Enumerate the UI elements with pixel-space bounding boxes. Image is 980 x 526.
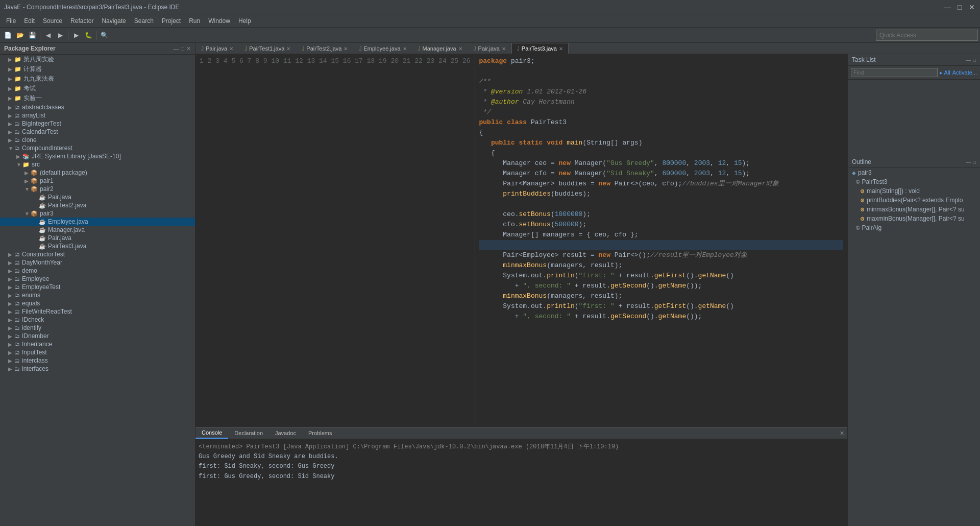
bottom-tab-console[interactable]: Console bbox=[195, 427, 228, 439]
tree-item-pair1[interactable]: ▶📦pair1 bbox=[0, 177, 195, 185]
tree-item-identify[interactable]: ▶🗂identify bbox=[0, 324, 195, 332]
menu-window[interactable]: Window bbox=[204, 16, 234, 26]
editor-tab-Pairjava[interactable]: JPair.java✕ bbox=[468, 43, 511, 54]
tree-arrow[interactable]: ▶ bbox=[8, 358, 14, 364]
tree-arrow[interactable]: ▶ bbox=[8, 309, 14, 315]
outline-max[interactable]: □ bbox=[973, 159, 976, 165]
tree-item-[interactable]: ▶📁计算器 bbox=[0, 64, 195, 74]
editor-tab-Employeejava[interactable]: JEmployee.java✕ bbox=[353, 43, 412, 54]
tree-arrow[interactable]: ▶ bbox=[24, 170, 31, 176]
code-editor[interactable]: package pair3;/** * @version 1.01 2012-0… bbox=[475, 54, 848, 427]
tree-item-InputTest[interactable]: ▶🗂InputTest bbox=[0, 348, 195, 356]
tree-arrow[interactable]: ▶ bbox=[8, 317, 14, 323]
editor-tab-Managerjava[interactable]: JManager.java✕ bbox=[412, 43, 468, 54]
open-button[interactable]: 📂 bbox=[14, 30, 26, 41]
code-scroll[interactable]: 1 2 3 4 5 6 7 8 9 10 11 12 13 14 15 16 1… bbox=[195, 54, 847, 427]
tree-arrow[interactable]: ▶ bbox=[24, 178, 31, 184]
bottom-tab-javadoc[interactable]: Javadoc bbox=[269, 428, 302, 438]
tree-item-FileWriteReadTest[interactable]: ▶🗂FileWriteReadTest bbox=[0, 307, 195, 316]
tree-item-IDcheck[interactable]: ▶🗂IDcheck bbox=[0, 316, 195, 324]
tree-arrow[interactable]: ▶ bbox=[8, 325, 14, 331]
menu-run[interactable]: Run bbox=[185, 16, 204, 26]
tree-item-pair3[interactable]: ▼📦pair3 bbox=[0, 209, 195, 218]
tree-arrow[interactable]: ▼ bbox=[24, 211, 31, 217]
run-button[interactable]: ▶ bbox=[70, 30, 82, 41]
bottom-tab-declaration[interactable]: Declaration bbox=[228, 428, 269, 438]
tree-item-arrayList[interactable]: ▶🗂arrayList bbox=[0, 111, 195, 119]
tab-close-button[interactable]: ✕ bbox=[502, 46, 506, 52]
quick-access-input[interactable] bbox=[876, 30, 978, 41]
tree-item-DayMonthYear[interactable]: ▶🗂DayMonthYear bbox=[0, 258, 195, 267]
editor-tab-Pairjava[interactable]: JPair.java✕ bbox=[195, 43, 239, 54]
tree-item-clone[interactable]: ▶🗂clone bbox=[0, 136, 195, 144]
tree-arrow[interactable]: ▼ bbox=[8, 146, 14, 151]
tree-item-[interactable]: ▶📁考试 bbox=[0, 84, 195, 93]
tree-arrow[interactable]: ▶ bbox=[8, 333, 14, 339]
tree-item-PairTest2java[interactable]: ☕PairTest2.java bbox=[0, 201, 195, 209]
tree-arrow[interactable]: ▶ bbox=[8, 129, 14, 135]
tree-item-demo[interactable]: ▶🗂demo bbox=[0, 267, 195, 275]
forward-button[interactable]: ▶ bbox=[55, 30, 66, 41]
outline-min[interactable]: — bbox=[966, 159, 971, 165]
tree-arrow[interactable]: ▶ bbox=[8, 342, 14, 347]
task-find-input[interactable] bbox=[851, 68, 938, 77]
pe-minimize[interactable]: — bbox=[173, 45, 179, 52]
menu-file[interactable]: File bbox=[2, 16, 20, 26]
tree-item-Employee[interactable]: ▶🗂Employee bbox=[0, 275, 195, 283]
editor-tab-PairTest2java[interactable]: JPairTest2.java✕ bbox=[296, 43, 353, 54]
tree-arrow[interactable]: ▶ bbox=[8, 252, 14, 257]
tree-item-Pairjava[interactable]: ☕Pair.java bbox=[0, 234, 195, 242]
editor-area[interactable]: 1 2 3 4 5 6 7 8 9 10 11 12 13 14 15 16 1… bbox=[195, 54, 847, 526]
tree-item-Inheritance[interactable]: ▶🗂Inheritance bbox=[0, 340, 195, 348]
tree-arrow[interactable]: ▶ bbox=[8, 350, 14, 355]
tree-arrow[interactable]: ▶ bbox=[8, 366, 14, 372]
tab-close-button[interactable]: ✕ bbox=[458, 46, 462, 52]
tree-item-enums[interactable]: ▶🗂enums bbox=[0, 291, 195, 299]
outline-item-maxminBonusManagerPa[interactable]: ⚙maxminBonus(Manager[], Pair<? su bbox=[848, 214, 980, 223]
menu-navigate[interactable]: Navigate bbox=[97, 16, 130, 26]
tree-item-Pairjava[interactable]: ☕Pair.java bbox=[0, 193, 195, 201]
tree-item-src[interactable]: ▼📁src bbox=[0, 160, 195, 169]
console-clear[interactable]: ✕ bbox=[840, 430, 844, 437]
back-button[interactable]: ◀ bbox=[42, 30, 54, 41]
editor-tab-PairTest3java[interactable]: JPairTest3.java✕ bbox=[511, 43, 569, 54]
menu-help[interactable]: Help bbox=[234, 16, 255, 26]
tab-close-button[interactable]: ✕ bbox=[286, 46, 290, 52]
tree-arrow[interactable]: ▼ bbox=[24, 186, 31, 192]
outline-item-minmaxBonusManagerPa[interactable]: ⚙minmaxBonus(Manager[], Pair<? su bbox=[848, 205, 980, 214]
tree-arrow[interactable]: ▶ bbox=[8, 76, 14, 82]
outline-item-mainStringvoid[interactable]: ⚙main(String[]) : void bbox=[848, 186, 980, 196]
tree-item-ConstructorTest[interactable]: ▶🗂ConstructorTest bbox=[0, 250, 195, 258]
tree-arrow[interactable]: ▶ bbox=[8, 293, 14, 298]
tree-item-CompoundInterest[interactable]: ▼🗂CompoundInterest bbox=[0, 144, 195, 152]
outline-item-PairAlg[interactable]: ©PairAlg bbox=[848, 223, 980, 232]
tree-item-EmployeeTest[interactable]: ▶🗂EmployeeTest bbox=[0, 283, 195, 291]
close-button[interactable]: ✕ bbox=[968, 3, 976, 11]
tree-arrow[interactable]: ▶ bbox=[8, 301, 14, 306]
tree-item-[interactable]: ▶📁第八周实验 bbox=[0, 55, 195, 64]
tab-close-button[interactable]: ✕ bbox=[403, 46, 407, 52]
menu-edit[interactable]: Edit bbox=[20, 16, 39, 26]
tree-item-interclass[interactable]: ▶🗂interclass bbox=[0, 356, 195, 365]
tree-arrow[interactable]: ▶ bbox=[8, 105, 14, 110]
tree-arrow[interactable]: ▶ bbox=[8, 95, 14, 101]
outline-item-printBuddiesPairexte[interactable]: ⚙printBuddies(Pair<? extends Emplo bbox=[848, 196, 980, 205]
editor-tab-PairTest1java[interactable]: JPairTest1.java✕ bbox=[239, 43, 296, 54]
tree-arrow[interactable]: ▶ bbox=[8, 57, 14, 62]
outline-item-pair3[interactable]: ◆pair3 bbox=[848, 168, 980, 177]
tree-item-interfaces[interactable]: ▶🗂interfaces bbox=[0, 365, 195, 373]
tree-arrow[interactable]: ▶ bbox=[8, 121, 14, 127]
tab-close-button[interactable]: ✕ bbox=[344, 46, 348, 52]
tree-arrow[interactable]: ▶ bbox=[16, 154, 22, 159]
tree-item-[interactable]: ▶📁九九乘法表 bbox=[0, 74, 195, 84]
minimize-button[interactable]: — bbox=[943, 3, 951, 11]
pe-maximize[interactable]: □ bbox=[181, 45, 184, 52]
task-min[interactable]: — bbox=[966, 57, 971, 63]
new-button[interactable]: 📄 bbox=[2, 30, 13, 41]
tree-item-PairTest3java[interactable]: ☕PairTest3.java bbox=[0, 242, 195, 250]
tree-arrow[interactable]: ▶ bbox=[8, 86, 14, 91]
tree-item-IDnember[interactable]: ▶🗂IDnember bbox=[0, 332, 195, 340]
tree-item-CalendarTest[interactable]: ▶🗂CalendarTest bbox=[0, 128, 195, 136]
menu-project[interactable]: Project bbox=[158, 16, 185, 26]
menu-search[interactable]: Search bbox=[130, 16, 158, 26]
